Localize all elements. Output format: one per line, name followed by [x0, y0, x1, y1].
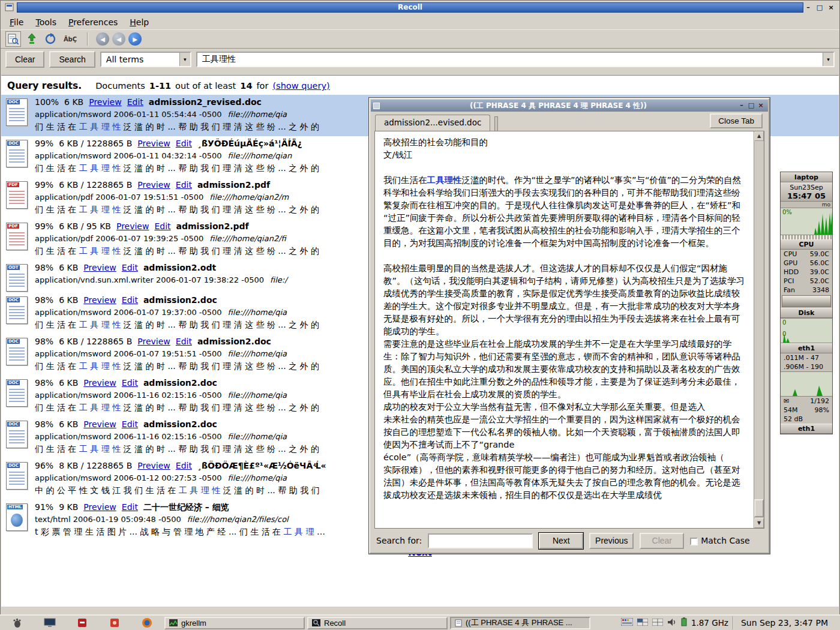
- gnome-menu-icon[interactable]: [2, 616, 32, 629]
- edit-link[interactable]: Edit: [122, 378, 138, 388]
- minimize-icon[interactable]: –: [803, 3, 813, 12]
- preview-tab[interactable]: admission2...evised.doc: [375, 115, 490, 131]
- workspace-pager-icon[interactable]: [637, 618, 648, 628]
- edit-link[interactable]: Edit: [122, 419, 138, 429]
- result-mime-date: text/html 2006-01-19 05:09:48 -0500: [35, 515, 181, 524]
- preview-link[interactable]: Preview: [83, 502, 116, 512]
- for-word: for: [257, 81, 269, 91]
- find-previous-button[interactable]: Previous: [589, 533, 634, 549]
- preview-link[interactable]: Preview: [137, 337, 170, 346]
- search-mode-select[interactable]: All terms ▾: [100, 52, 191, 67]
- result-title: admission2.doc: [143, 419, 217, 429]
- first-page-icon[interactable]: ◀: [96, 32, 109, 46]
- menu-tools[interactable]: Tools: [30, 16, 62, 29]
- previous-page-icon[interactable]: ◀: [112, 32, 125, 46]
- window-controls: – □ ×: [803, 3, 836, 12]
- edit-link[interactable]: Edit: [176, 180, 192, 190]
- terminal-launcher-icon[interactable]: [35, 616, 65, 629]
- chevron-down-icon[interactable]: ▾: [823, 53, 833, 66]
- edit-link[interactable]: Edit: [122, 295, 138, 305]
- taskbar-clock[interactable]: Sun Sep 23, 3:47 PM: [733, 616, 835, 629]
- edit-link[interactable]: Edit: [122, 263, 138, 272]
- result-mime-date: application/msword 2006-11-16 02:15:16 -…: [35, 432, 222, 441]
- result-title: admission2.pdf: [176, 221, 249, 231]
- document-task-icon: [455, 619, 462, 627]
- edit-link[interactable]: Edit: [122, 502, 138, 512]
- firefox-icon[interactable]: [132, 616, 162, 629]
- workspace-pager-icon[interactable]: [652, 618, 663, 628]
- window-titlebar[interactable]: Recoll: [17, 2, 803, 13]
- edit-link[interactable]: Edit: [176, 337, 192, 346]
- result-mime-date: application/msword 2006-01-11 04:32:14 -…: [35, 151, 222, 160]
- result-mime-date: application/msword 2006-01-11 05:54:44 -…: [35, 110, 222, 119]
- result-relevance: 91%: [35, 502, 53, 512]
- disk-write-label: 0: [782, 331, 786, 337]
- app-launcher-icon[interactable]: [67, 616, 97, 629]
- result-relevance: 99%: [35, 221, 53, 231]
- preview-link[interactable]: Preview: [116, 221, 149, 231]
- preview-titlebar[interactable]: ((工 PHRASE 4 具 PHRASE 4 理 PHRASE 4 性)) –…: [371, 100, 768, 112]
- maximize-icon[interactable]: □: [815, 3, 824, 12]
- preview-link[interactable]: Preview: [137, 139, 170, 148]
- window-menu-icon[interactable]: [5, 3, 14, 13]
- result-relevance: 96%: [35, 461, 53, 470]
- query-detail-icon[interactable]: [5, 31, 21, 47]
- result-url: file:///home/qian2/fi: [209, 234, 286, 243]
- result-title: admission2.pdf: [197, 180, 270, 190]
- net-footer-label: eth1: [781, 424, 832, 434]
- preview-link[interactable]: Preview: [89, 97, 122, 107]
- result-size: 6 KB: [59, 263, 78, 272]
- scroll-up-icon[interactable]: ▲: [754, 131, 764, 141]
- search-input[interactable]: [197, 55, 823, 64]
- maximize-icon[interactable]: □: [746, 101, 756, 110]
- result-title: admission2.doc: [143, 295, 217, 305]
- temp-row: HDD39.0C: [781, 268, 832, 277]
- fan-row: Fan3348: [781, 286, 832, 295]
- keyboard-layout-icon[interactable]: [621, 618, 633, 628]
- preview-link[interactable]: Preview: [83, 263, 116, 272]
- find-clear-button[interactable]: Clear: [640, 533, 684, 549]
- edit-link[interactable]: Edit: [127, 97, 143, 107]
- scrollbar-track[interactable]: [754, 141, 764, 518]
- close-icon[interactable]: ×: [826, 3, 836, 12]
- file-type-icon: [6, 503, 28, 531]
- preview-link[interactable]: Preview: [137, 461, 170, 470]
- close-icon[interactable]: ×: [756, 101, 766, 110]
- result-url: file:///home/qia: [228, 473, 287, 482]
- find-next-button[interactable]: Next: [539, 533, 583, 549]
- minimize-icon[interactable]: –: [737, 101, 746, 110]
- menu-file[interactable]: File: [4, 16, 29, 29]
- spellcheck-icon[interactable]: ÂbÇ: [61, 36, 79, 43]
- query-results-title: Query results.: [7, 80, 82, 91]
- menu-help[interactable]: Help: [124, 16, 154, 29]
- close-tab-button[interactable]: Close Tab: [710, 113, 763, 128]
- preview-link[interactable]: Preview: [83, 295, 116, 305]
- clear-button[interactable]: Clear: [5, 51, 44, 68]
- next-page-icon[interactable]: ▶: [128, 32, 142, 46]
- preview-scrollbar[interactable]: ▲ ▼: [754, 131, 764, 528]
- taskbar-button-gkrellm[interactable]: gkrellm: [164, 617, 305, 629]
- taskbar-button-recoll[interactable]: Recoll: [307, 617, 448, 629]
- history-icon[interactable]: [43, 31, 58, 47]
- match-case-checkbox[interactable]: [690, 538, 698, 545]
- volume-icon[interactable]: [667, 618, 677, 628]
- preview-link[interactable]: Preview: [83, 419, 116, 429]
- result-size: 9 KB: [59, 502, 78, 512]
- gkrellm-hostname: laptop: [781, 172, 832, 182]
- find-input[interactable]: [428, 533, 533, 548]
- edit-link[interactable]: Edit: [176, 461, 192, 470]
- search-button[interactable]: Search: [49, 51, 95, 68]
- preview-link[interactable]: Preview: [83, 378, 116, 388]
- show-query-link[interactable]: (show query): [272, 81, 329, 91]
- scrollbar-thumb[interactable]: [754, 499, 764, 517]
- menu-preferences[interactable]: Preferences: [63, 16, 123, 29]
- battery-icon[interactable]: [681, 617, 687, 628]
- term-explorer-icon[interactable]: [24, 31, 40, 47]
- app-launcher-icon[interactable]: [100, 616, 130, 629]
- taskbar-button-preview[interactable]: ((工 PHRASE 4 具 PHRASE ...: [450, 617, 590, 629]
- scroll-down-icon[interactable]: ▼: [754, 518, 764, 528]
- edit-link[interactable]: Edit: [154, 221, 170, 231]
- chevron-down-icon[interactable]: ▾: [179, 53, 190, 66]
- preview-link[interactable]: Preview: [137, 180, 170, 190]
- edit-link[interactable]: Edit: [176, 139, 192, 148]
